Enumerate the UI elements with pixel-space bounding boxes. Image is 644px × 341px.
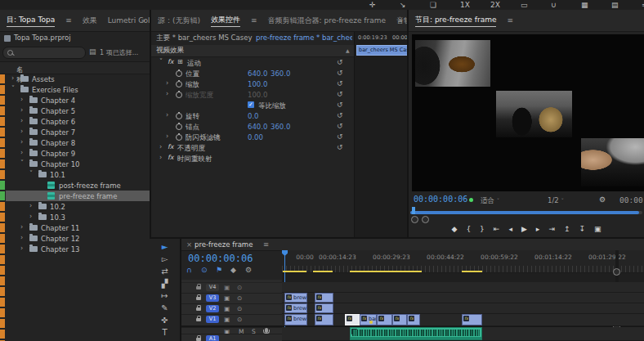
tab-sequence[interactable]: pre-freeze frame [195,240,253,249]
effect-row-缩放[interactable]: ›缩放100.0↺ [151,79,354,89]
expander-caret[interactable]: › [20,234,23,241]
label-color-chip[interactable] [0,223,5,232]
name-column-header[interactable]: 名称 ∧ [0,61,150,74]
reset-icon[interactable]: ↺ [337,90,343,98]
tree-item[interactable]: ›Chapter 4 [0,95,150,105]
video-clip[interactable]: fx [407,314,420,325]
video-clip[interactable]: fxbar_c [360,314,377,325]
close-icon[interactable]: × [186,240,192,249]
expander-caret[interactable]: › [20,138,23,146]
tab-program[interactable]: 节目: pre-freeze frame [415,15,496,27]
label-color-chip[interactable] [0,117,5,126]
effect-row-防闪烁滤镜[interactable]: ›防闪烁滤镜0.00↺ [151,132,354,142]
panel-icon[interactable]: ▭ [521,0,528,10]
video-clip[interactable]: fx [315,314,333,325]
reset-icon[interactable]: ↺ [337,143,343,151]
lock-icon[interactable] [196,297,201,300]
voiceover-record-icon[interactable] [265,328,268,333]
expander-caret[interactable]: › [166,111,168,119]
fx-badge-icon[interactable]: fx [168,143,174,150]
label-color-chip[interactable] [0,245,5,254]
tree-item[interactable]: ˅Chapter 10 [0,159,150,169]
tree-item[interactable]: ›10.3 [0,212,150,222]
stopwatch-icon[interactable] [176,113,182,119]
expander-caret[interactable]: › [166,79,168,87]
speed-1x-icon[interactable]: 1X [460,0,470,10]
tree-item[interactable]: ›Chapter 9 [0,148,150,159]
label-color-chip[interactable] [0,213,5,222]
stopwatch-icon[interactable] [176,123,182,130]
property-value[interactable]: 360.0 [271,123,290,131]
video-clip[interactable]: fxbrew [284,303,307,313]
effect-row-时间重映射[interactable]: ›fx时间重映射 [151,153,354,164]
label-color-chip[interactable] [0,74,5,83]
tree-item[interactable]: ›Chapter 13 [0,244,150,254]
go-to-out-button[interactable]: ⇥ [548,225,555,233]
video-clip[interactable]: fx [462,314,482,325]
sync-lock-icon[interactable]: ▣ [224,305,230,312]
toggle-track-output-icon[interactable]: ⊙ [237,284,242,291]
lock-icon[interactable] [196,338,201,341]
tab-overflow-chevron[interactable]: » [398,16,403,25]
expander-caret[interactable]: ˅ [20,159,24,167]
label-color-chip[interactable] [0,128,5,137]
expander-caret[interactable]: › [20,223,23,231]
expander-caret[interactable]: ˅ [159,58,163,65]
panel-menu-icon[interactable]: ≡ [251,16,257,25]
expander-caret[interactable]: ˅ [11,85,15,92]
selection-tool[interactable]: ► [162,243,168,251]
label-color-chip[interactable] [0,149,5,158]
label-color-chip[interactable] [0,181,5,190]
track-target-V3[interactable]: V3 [206,294,219,302]
sync-lock-icon[interactable]: ▣ [224,294,230,302]
type-tool[interactable]: T [162,329,167,337]
mini-clip[interactable]: bar_cheers MS Casey [356,45,407,56]
pen-tool[interactable]: ✎ [161,304,168,312]
label-color-chip[interactable] [0,159,5,168]
property-value[interactable]: 360.0 [271,70,290,78]
tree-item[interactable]: ›Chapter 6 [0,116,150,127]
expander-caret[interactable]: › [20,106,23,114]
label-color-chip[interactable] [0,202,5,211]
stopwatch-icon[interactable] [176,134,182,141]
program-scrollbar[interactable] [410,211,642,214]
effect-row-旋转[interactable]: ›旋转0.0↺ [151,110,354,121]
stopwatch-icon[interactable] [176,81,182,87]
program-playhead[interactable] [412,207,415,214]
video-effects-section[interactable]: 视频效果 [151,45,354,57]
audio-clip[interactable]: fx [350,327,482,340]
settings-wrench-icon[interactable]: ⚙ [599,195,606,204]
step-back-button[interactable]: ◂ [508,225,512,233]
label-color-chip[interactable] [0,96,5,105]
fx-badge-icon[interactable]: fx [168,58,174,65]
tab-overflow-chevron[interactable]: » [141,16,145,25]
tree-item[interactable]: ›Chapter 8 [0,137,150,148]
zoom-handle[interactable] [613,268,620,276]
video-clip[interactable]: fxbrew [284,293,307,303]
track-target-V1[interactable]: V1 [206,316,219,323]
video-clip[interactable]: fx [315,293,333,303]
uniform-scale-checkbox[interactable]: ✓ [248,101,254,108]
slip-tool[interactable]: ↦ [161,292,168,300]
tree-item[interactable]: ›Chapter 5 [0,105,150,116]
track-target-A1[interactable]: A1 [206,335,219,341]
effect-row-等比缩放[interactable]: ✓等比缩放↺ [151,100,354,110]
tree-item[interactable]: ›10.2 [0,201,150,212]
track-select-forward-tool[interactable]: ▻ [162,255,168,263]
play-button[interactable]: ▶ [521,225,527,233]
tree-item[interactable]: ˅10.1 [0,169,150,180]
reset-icon[interactable]: ↺ [337,122,343,130]
tree-item[interactable]: ˅Exercise Files [0,84,150,95]
expander-caret[interactable]: › [159,154,162,161]
expander-caret[interactable]: › [29,213,32,220]
property-value[interactable]: 100.0 [248,91,267,99]
expander-caret[interactable]: › [159,143,162,150]
add-marker-icon[interactable]: ◆ [230,266,236,274]
panel-menu-icon[interactable]: ≡ [65,16,72,25]
tree-item[interactable]: post-freeze frame [0,180,150,191]
label-color-chip[interactable] [0,170,5,179]
lock-icon[interactable] [196,318,201,321]
lift-button[interactable]: ↥ [564,225,570,233]
video-clip[interactable]: fx [345,314,360,325]
align-icon[interactable]: ✛ [369,0,376,10]
